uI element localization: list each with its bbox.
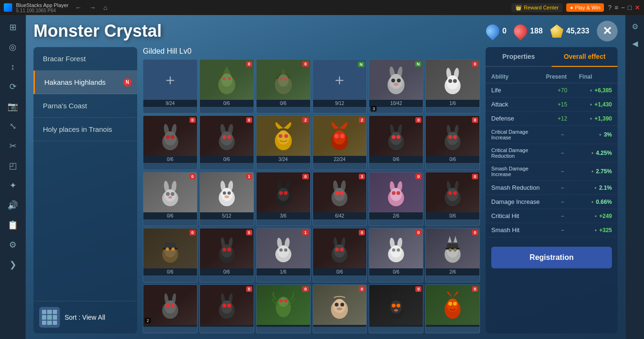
svg-marker-156 xyxy=(391,292,395,299)
currency2-value: 188 xyxy=(530,27,543,35)
monster-card-16[interactable]: 0 2/6 xyxy=(369,172,423,226)
monster-card-8[interactable]: 2 3/24 xyxy=(256,115,311,170)
add-icon-0: ＋ xyxy=(143,60,197,100)
rabbit-black-svg xyxy=(269,176,297,209)
monster-card-5[interactable]: 0 1/6 xyxy=(425,59,480,113)
monster-card-17[interactable]: 0 0/6 xyxy=(425,172,480,226)
monster-card-7[interactable]: 0 0/6 xyxy=(199,115,254,170)
props-row-crit-hit: Critical Hit − • +249 xyxy=(486,209,618,223)
right-icon-2[interactable]: ◀ xyxy=(627,36,643,51)
nav-back-button[interactable]: ← xyxy=(72,3,84,12)
right-icon-1[interactable]: ⚙ xyxy=(627,19,643,34)
svg-point-152 xyxy=(333,299,346,313)
play-win-button[interactable]: ● Play & Win xyxy=(566,3,604,12)
toolbar-icon-2[interactable]: ◎ xyxy=(4,39,21,56)
svg-point-114 xyxy=(284,248,287,251)
svg-point-159 xyxy=(390,300,402,314)
svg-point-119 xyxy=(335,248,339,251)
monster-card-20[interactable]: 1 1/6 xyxy=(256,228,311,282)
monster-card-26[interactable]: 0 xyxy=(256,284,311,333)
monster-card-2[interactable]: 0 0/6 xyxy=(256,59,311,113)
toolbar-icon-8[interactable]: ◰ xyxy=(4,157,21,174)
game-close-button[interactable]: ✕ xyxy=(597,21,618,41)
monster-card-29[interactable]: 0 xyxy=(425,284,480,333)
maximize-button[interactable]: □ xyxy=(628,4,632,11)
toolbar-icon-10[interactable]: 🔊 xyxy=(4,197,21,214)
rabbit-gray-svg xyxy=(382,64,410,97)
props-row-smash-dmg: Smash Damage Increase − • 2.75% xyxy=(486,162,618,181)
monster-card-9[interactable]: 2 22/24 xyxy=(313,115,367,170)
rabbit-dark6-svg xyxy=(325,232,354,265)
monster-card-28[interactable]: 0 xyxy=(369,284,423,333)
svg-point-4 xyxy=(221,73,232,87)
monster-card-4[interactable]: N 3 10/42 xyxy=(369,59,423,113)
monster-card-18[interactable]: 0 0/6 xyxy=(143,228,198,282)
monster-card-23[interactable]: 0 2/6 xyxy=(425,228,480,282)
tab-overall-effect[interactable]: Overall effect xyxy=(552,47,618,67)
monster-card-11[interactable]: 0 0/6 xyxy=(425,115,480,170)
sidebar-item-holy[interactable]: Holy places in Tranois xyxy=(33,118,137,141)
svg-point-145 xyxy=(223,304,226,307)
bald-face-svg xyxy=(325,288,354,321)
svg-point-118 xyxy=(334,244,345,258)
monster-card-3[interactable]: ＋ N 9/12 xyxy=(313,59,367,113)
window-close-button[interactable]: ✕ xyxy=(635,4,640,11)
monster-card-6[interactable]: 0 0/6 xyxy=(143,115,198,170)
monster-card-13[interactable]: 1 5/12 xyxy=(199,172,254,226)
sidebar-item-bracar[interactable]: Bracar Forest xyxy=(33,47,137,71)
toolbar-icon-12[interactable]: ⚙ xyxy=(4,236,21,253)
monster-card-21[interactable]: 0 0/6 xyxy=(313,228,367,282)
toolbar-icon-7[interactable]: ✂ xyxy=(4,137,21,154)
monster-card-10[interactable]: 0 0/6 xyxy=(369,115,423,170)
app-header: Monster Crystal 0 188 45,233 ✕ xyxy=(33,21,618,41)
toolbar-icon-11[interactable]: 📋 xyxy=(4,217,21,234)
nav-forward-button[interactable]: → xyxy=(86,3,99,12)
monster-card-14[interactable]: 0 3/6 xyxy=(256,172,311,226)
svg-point-83 xyxy=(335,191,339,195)
svg-point-89 xyxy=(392,191,396,195)
toolbar-icon-3[interactable]: ↕ xyxy=(4,58,21,75)
nav-home-button[interactable]: ⌂ xyxy=(100,3,110,12)
view-grid-icon[interactable] xyxy=(39,307,60,328)
sidebar-bottom: Sort : View All xyxy=(33,301,137,333)
svg-rect-99 xyxy=(165,242,176,248)
menu-button[interactable]: ≡ xyxy=(614,4,618,11)
currency-gem-blue: 0 xyxy=(486,24,506,38)
svg-point-153 xyxy=(335,303,339,307)
toolbar-icon-4[interactable]: ⟳ xyxy=(4,78,21,95)
monster-card-1[interactable]: 0 0/6 xyxy=(199,59,254,113)
registration-button[interactable]: Registration xyxy=(491,247,612,268)
monster-card-27[interactable]: 0 xyxy=(313,284,367,333)
currency1-value: 0 xyxy=(502,27,506,35)
monster-card-15[interactable]: 3 6/42 xyxy=(313,172,367,226)
svg-rect-132 xyxy=(446,248,460,250)
svg-point-96 xyxy=(453,191,457,195)
svg-point-139 xyxy=(166,304,170,307)
svg-point-11 xyxy=(278,74,289,87)
sort-label[interactable]: Sort : View All xyxy=(65,314,105,321)
sidebar-item-parna[interactable]: Parna's Coast xyxy=(33,94,137,118)
toolbar-icon-6[interactable]: ⤡ xyxy=(4,118,21,135)
titlebar-nav[interactable]: ← → ⌂ xyxy=(72,3,110,12)
toolbar-icon-13[interactable]: ❯ xyxy=(4,256,21,273)
toolbar-icon-5[interactable]: 📷 xyxy=(4,98,21,115)
tab-properties[interactable]: Properties xyxy=(486,47,552,66)
rabbit-white4-svg xyxy=(382,232,410,265)
monster-card-22[interactable]: 0 0/6 xyxy=(369,228,423,282)
toolbar-icon-9[interactable]: ✦ xyxy=(4,177,21,194)
reward-center-button[interactable]: 👑 Reward Center xyxy=(512,3,562,12)
minimize-button[interactable]: − xyxy=(621,4,625,11)
monster-card-25[interactable]: 0 xyxy=(199,284,254,333)
toolbar-icon-1[interactable]: ⊞ xyxy=(4,19,21,36)
help-button[interactable]: ? xyxy=(608,4,611,11)
monster-card-0[interactable]: ＋ 9/24 xyxy=(143,59,198,113)
sidebar-item-hakanas[interactable]: Hakanas Highlands N xyxy=(33,71,137,94)
rabbit-add2-svg xyxy=(213,288,241,321)
monster-card-19[interactable]: 0 0/6 xyxy=(199,228,254,282)
monster-card-12[interactable]: 0 0/6 xyxy=(143,172,198,226)
titlebar-right: 👑 Reward Center ● Play & Win ? ≡ − □ ✕ xyxy=(512,3,640,12)
svg-point-155 xyxy=(337,307,342,310)
svg-point-51 xyxy=(392,135,396,139)
rabbit-dark3-svg xyxy=(382,120,410,153)
monster-card-24[interactable]: 2 xyxy=(143,284,198,333)
